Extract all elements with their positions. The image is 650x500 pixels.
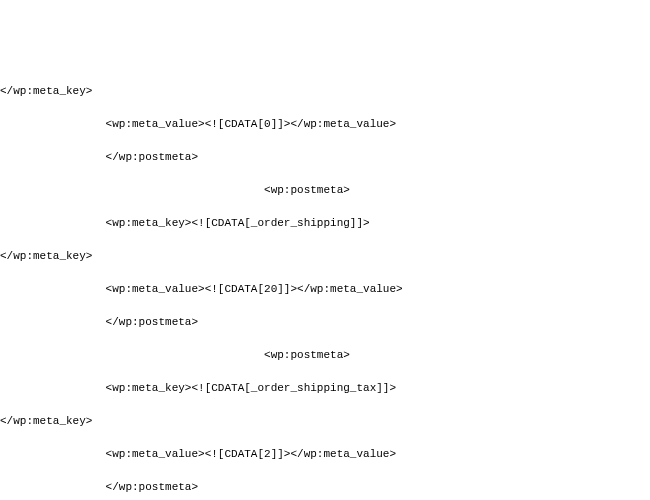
xml-code-block: </wp:meta_key> <wp:meta_value><![CDATA[0… <box>0 66 650 500</box>
code-line: </wp:meta_key> <box>0 83 650 100</box>
code-line: <wp:postmeta> <box>0 182 650 199</box>
code-line: </wp:postmeta> <box>0 149 650 166</box>
code-line: <wp:postmeta> <box>0 347 650 364</box>
code-line: <wp:meta_key><![CDATA[_order_shipping_ta… <box>0 380 650 397</box>
code-line: </wp:postmeta> <box>0 479 650 496</box>
code-line: <wp:meta_value><![CDATA[2]]></wp:meta_va… <box>0 446 650 463</box>
code-line: <wp:meta_value><![CDATA[20]]></wp:meta_v… <box>0 281 650 298</box>
code-line: <wp:meta_value><![CDATA[0]]></wp:meta_va… <box>0 116 650 133</box>
code-line: </wp:postmeta> <box>0 314 650 331</box>
code-line: <wp:meta_key><![CDATA[_order_shipping]]> <box>0 215 650 232</box>
code-line: </wp:meta_key> <box>0 413 650 430</box>
code-line: </wp:meta_key> <box>0 248 650 265</box>
